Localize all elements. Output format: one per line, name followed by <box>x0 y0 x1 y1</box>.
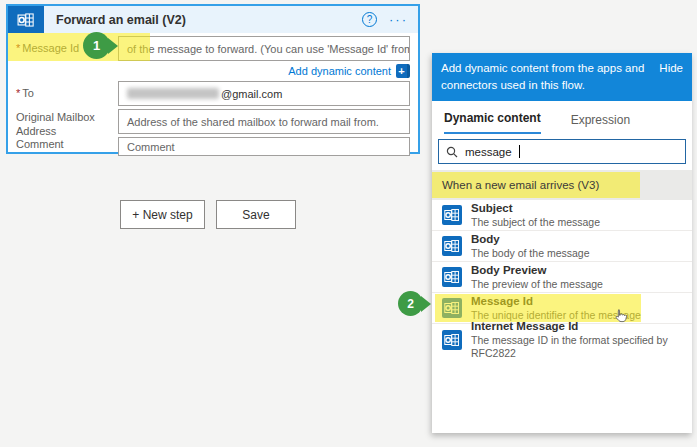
original-mailbox-input[interactable]: Address of the shared mailbox to forward… <box>118 109 410 134</box>
message-id-input[interactable]: of the message to forward. (You can use … <box>118 36 410 61</box>
message-id-row: *Message Id of the message to forward. (… <box>16 36 410 61</box>
hand-cursor-icon <box>613 308 628 325</box>
item-desc: The message ID in the format specified b… <box>471 334 692 359</box>
dynamic-content-list: Subject The subject of the message Body … <box>432 200 692 355</box>
power-automate-designer: Forward an email (V2) ? ··· *Message Id … <box>0 0 697 447</box>
tab-dynamic-content[interactable]: Dynamic content <box>444 111 541 134</box>
action-card-title: Forward an email (V2) <box>56 13 186 27</box>
step-badge-1: 1 <box>83 32 110 59</box>
outlook-item-icon <box>442 236 462 256</box>
item-desc: The body of the message <box>471 247 590 260</box>
list-item-internet-message-id[interactable]: Internet Message Id The message ID in th… <box>432 324 692 355</box>
comment-label: Comment <box>16 132 118 156</box>
step-badge-2: 2 <box>398 291 423 316</box>
outlook-item-icon <box>442 205 462 225</box>
hide-button[interactable]: Hide <box>659 60 683 93</box>
item-desc: The subject of the message <box>471 216 600 229</box>
to-label: *To <box>16 81 118 106</box>
list-item-body-preview[interactable]: Body Preview The preview of the message <box>432 262 692 293</box>
item-title: Body <box>471 233 590 247</box>
item-title: Internet Message Id <box>471 320 692 334</box>
panel-header: Add dynamic content from the apps and co… <box>432 53 692 101</box>
action-card-header[interactable]: Forward an email (V2) ? ··· <box>8 6 418 33</box>
tab-expression[interactable]: Expression <box>571 113 630 134</box>
list-item-subject[interactable]: Subject The subject of the message <box>432 200 692 231</box>
to-input[interactable]: @gmail.com <box>118 81 410 106</box>
dynamic-content-icon: + <box>396 64 410 78</box>
comment-row: Comment Comment <box>16 132 410 156</box>
comment-input[interactable]: Comment <box>118 137 410 156</box>
trigger-section-header: When a new email arrives (V3) <box>432 170 692 200</box>
redacted-email <box>127 88 219 99</box>
item-title: Body Preview <box>471 264 603 278</box>
item-title: Subject <box>471 202 600 216</box>
panel-header-text: Add dynamic content from the apps and co… <box>441 60 659 93</box>
search-input[interactable]: message <box>438 139 686 164</box>
required-asterisk: * <box>16 42 20 54</box>
outlook-item-icon <box>442 267 462 287</box>
search-icon <box>446 146 458 158</box>
forward-email-action-card: Forward an email (V2) ? ··· *Message Id … <box>6 4 420 154</box>
more-menu-icon[interactable]: ··· <box>389 15 408 25</box>
outlook-item-icon <box>442 298 462 318</box>
item-title: Message Id <box>471 295 641 309</box>
search-value: message <box>465 146 512 158</box>
add-dynamic-content-link[interactable]: Add dynamic content + <box>288 64 410 78</box>
search-area: message <box>432 134 692 170</box>
outlook-connector-icon <box>8 6 44 33</box>
text-caret <box>519 145 520 158</box>
dynamic-content-panel: Add dynamic content from the apps and co… <box>432 53 692 433</box>
outlook-item-icon <box>442 330 462 350</box>
help-icon[interactable]: ? <box>362 12 377 27</box>
new-step-button[interactable]: + New step <box>120 200 205 229</box>
item-desc: The preview of the message <box>471 278 603 291</box>
panel-tabs: Dynamic content Expression <box>432 101 692 134</box>
save-button[interactable]: Save <box>216 200 296 229</box>
list-item-body[interactable]: Body The body of the message <box>432 231 692 262</box>
required-asterisk: * <box>16 87 20 99</box>
to-row: *To @gmail.com <box>16 81 410 106</box>
